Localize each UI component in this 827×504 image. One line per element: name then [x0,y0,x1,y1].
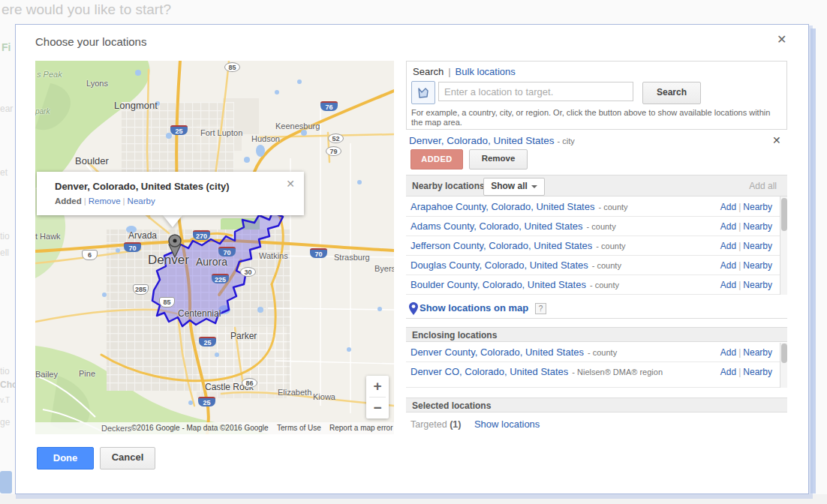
enclosing-location-row: Denver CO, Colorado, United States- Niel… [406,362,780,388]
nearby-locations-header: Nearby locations Show all Add all [406,175,787,196]
zoom-out-button[interactable]: − [366,398,389,418]
enclosing-locations-header: Enclosing locations [406,327,787,342]
map-copyright: ©2016 Google - Map data ©2016 Google [131,424,269,432]
polygon-icon [417,86,430,100]
background-fragment: tio [0,231,10,242]
map-area-search-button[interactable] [411,81,435,104]
map-tooltip: Denver, Colorado, United States (city) A… [37,172,304,215]
location-search-input[interactable] [438,82,633,101]
show-locations-on-map-row: Show locations on map ? [406,299,787,319]
tooltip-close-icon[interactable]: ✕ [286,178,295,190]
map-label: Hudson [251,134,280,143]
add-all-link[interactable]: Add all [749,181,777,191]
location-link[interactable]: Douglas County, Colorado, United States-… [410,260,621,271]
nearby-link[interactable]: Nearby [743,347,772,358]
tab-bulk-locations[interactable]: Bulk locations [456,66,516,77]
add-link[interactable]: Add [720,260,736,271]
map-graphics [35,61,394,434]
location-link[interactable]: Denver County, Colorado, United States- … [410,346,617,358]
current-location-close-icon[interactable]: ✕ [772,134,781,146]
map-label: Parker [230,331,257,341]
map-label: Arvada [128,230,157,241]
add-link[interactable]: Add [720,367,736,377]
background-fragment: Fi [2,41,11,53]
nearby-location-row: Boulder County, Colorado, United States-… [406,275,780,295]
tab-search[interactable]: Search [413,66,444,77]
background-page-text: ere would you like to start? [2,2,171,18]
map-canvas[interactable]: s Peak park Lyons Longmont Boulder Fort … [35,61,394,434]
tooltip-caret [163,215,182,227]
scrollbar-thumb[interactable] [781,344,787,363]
background-fragment: ell [0,248,9,258]
location-type: - county [598,202,627,212]
separator: | [738,347,741,358]
selected-locations-header: Selected locations [406,398,787,412]
map-attribution: ©2016 Google - Map data ©2016 Google Ter… [35,422,394,434]
search-button[interactable]: Search [642,82,701,104]
enclosing-list-scrollbar[interactable] [780,343,787,388]
add-link[interactable]: Add [720,241,736,251]
targeted-row: Targeted (1) Show locations [410,418,540,430]
dialog-close-icon[interactable]: ✕ [777,32,786,46]
interstate-shield: 70 [218,247,236,256]
separator: | [738,221,741,232]
separator: | [738,367,741,377]
targeted-label: Targeted [410,419,447,430]
map-label: Boulder [75,155,109,166]
scrollbar-thumb[interactable] [781,198,787,231]
map-label: Bailey [35,370,58,379]
map-label: Byers [374,264,394,273]
show-locations-link[interactable]: Show locations [474,418,540,430]
done-button[interactable]: Done [37,447,94,470]
show-locations-on-map-link[interactable]: Show locations on map [420,302,528,314]
show-all-dropdown[interactable]: Show all [483,178,545,196]
location-link[interactable]: Denver CO, Colorado, United States- Niel… [410,366,696,378]
interstate-shield: 25 [170,125,188,135]
add-link[interactable]: Add [720,280,736,290]
location-type: - county [590,280,619,290]
terms-of-use-link[interactable]: Terms of Use [277,424,321,432]
interstate-shield: 76 [320,101,338,111]
tooltip-added-label: Added [55,196,82,206]
dialog-title: Choose your locations [35,35,146,48]
help-icon[interactable]: ? [535,303,546,314]
background-input-border [810,28,816,494]
nearby-link[interactable]: Nearby [743,241,772,251]
interstate-shield: 270 [193,230,210,240]
nearby-locations-title: Nearby locations [412,181,485,191]
separator: | [738,202,741,212]
nearby-link[interactable]: Nearby [743,367,772,377]
location-link[interactable]: Boulder County, Colorado, United States-… [410,279,619,290]
tooltip-remove-link[interactable]: Remove [89,196,121,206]
nearby-link[interactable]: Nearby [743,260,772,271]
map-label-aurora: Aurora [196,256,227,268]
location-link[interactable]: Arapahoe County, Colorado, United States… [410,201,628,212]
map-label: t Hawk [35,232,61,241]
map-label: Deckers [101,424,131,433]
location-type: - county [596,242,625,250]
location-link[interactable]: Adams County, Colorado, United States- c… [410,220,616,232]
location-link[interactable]: Jefferson County, Colorado, United State… [410,240,625,251]
cancel-button[interactable]: Cancel [100,447,155,470]
location-type: - Nielsen® DMA® region [572,368,663,376]
map-label: Pine [79,369,95,378]
nearby-link[interactable]: Nearby [743,280,772,290]
us-route-shield: 285 [133,284,149,295]
current-location-link[interactable]: Denver, Colorado, United States [409,135,555,146]
background-button-fragment [0,471,12,494]
background-fragment: ge [0,417,10,428]
nearby-link[interactable]: Nearby [743,202,772,212]
zoom-in-button[interactable]: + [366,376,389,397]
add-link[interactable]: Add [720,347,736,358]
tooltip-nearby-link[interactable]: Nearby [128,196,155,206]
add-link[interactable]: Add [720,221,736,232]
map-label: Longmont [114,100,158,111]
route-shield: 86 [242,378,257,388]
add-link[interactable]: Add [720,202,736,212]
nearby-list-scrollbar[interactable] [780,196,787,295]
remove-button[interactable]: Remove [469,149,528,170]
map-label: Fort Lupton [200,128,242,137]
us-route-shield: 6 [82,250,98,260]
nearby-link[interactable]: Nearby [743,221,772,232]
report-map-error-link[interactable]: Report a map error [329,424,392,432]
